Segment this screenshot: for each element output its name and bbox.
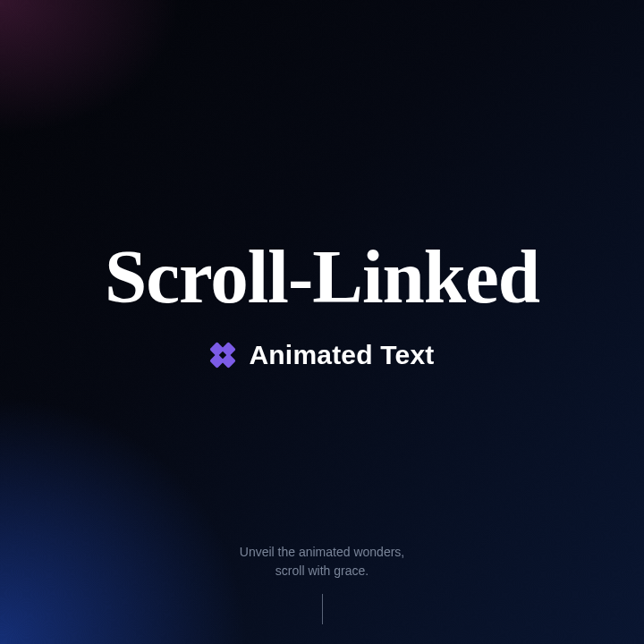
scroll-indicator-line (322, 594, 323, 624)
scroll-hint: Unveil the animated wonders, scroll with… (0, 543, 644, 624)
diamond-grid-icon (204, 335, 242, 373)
hero-title: Scroll-Linked (105, 239, 539, 315)
hint-line-1: Unveil the animated wonders, (240, 545, 404, 559)
hint-line-2: scroll with grace. (275, 564, 369, 578)
subtitle-row: Animated Text (209, 340, 434, 370)
hint-text: Unveil the animated wonders, scroll with… (240, 543, 404, 581)
hero-subtitle: Animated Text (249, 340, 434, 370)
